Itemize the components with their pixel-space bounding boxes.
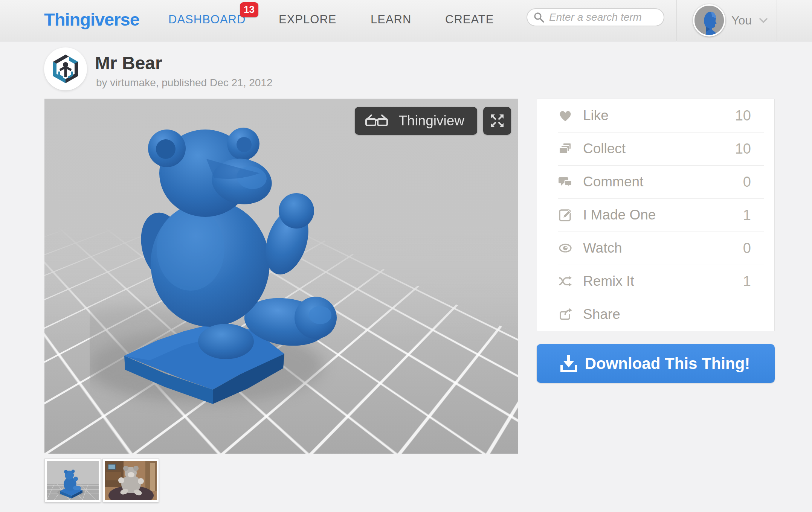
top-nav: Thingiverse DASHBOARD 13 EXPLORE LEARN C… [0,0,812,41]
like-button[interactable]: Like 10 [537,99,774,132]
glasses-icon [365,113,389,129]
action-count: 1 [743,207,751,223]
nav-divider [777,0,777,41]
bear-model-render [90,125,429,426]
watch-button[interactable]: Watch 0 [537,232,774,265]
nav-item-dashboard[interactable]: DASHBOARD [168,13,246,26]
search-box [527,8,664,26]
action-count: 10 [735,141,751,157]
action-sidebar: Like 10 Collect 10 [537,99,775,383]
download-button[interactable]: Download This Thing! [537,344,775,383]
heart-icon [558,109,572,122]
page-title: Mr Bear [95,53,162,73]
viewer-controls: Thingiview [355,107,511,135]
download-icon [559,354,579,374]
remix-icon [558,275,572,288]
user-menu-label[interactable]: You [731,14,752,27]
nav-item-explore[interactable]: EXPLORE [279,13,336,26]
user-avatar[interactable] [693,4,725,37]
thingiverse-page: Thingiverse DASHBOARD 13 EXPLORE LEARN C… [0,0,812,512]
share-button[interactable]: Share [537,298,774,331]
creator-avatar-virtumake[interactable] [44,47,87,90]
remix-button[interactable]: Remix It 1 [537,265,774,298]
thumbnail-render-image [47,461,99,500]
i-made-one-icon [558,208,572,222]
action-label: Share [583,306,620,322]
nav-item-learn[interactable]: LEARN [371,13,411,26]
action-count: 10 [735,108,751,124]
expand-icon [489,113,505,129]
action-label: Watch [583,240,622,256]
search-icon [533,12,545,23]
collect-button[interactable]: Collect 10 [537,132,774,165]
virtumake-logo-icon [49,52,82,86]
thingiview-label: Thingiview [398,113,464,129]
nav-item-create[interactable]: CREATE [445,13,494,26]
action-count: 0 [743,174,751,190]
share-icon [558,307,572,322]
download-label: Download This Thing! [579,355,775,373]
comment-icon [558,175,572,189]
comment-button[interactable]: Comment 0 [537,165,774,198]
model-viewport[interactable]: Thingiview [44,99,518,454]
fullscreen-button[interactable] [483,107,511,135]
action-label: Like [583,108,609,123]
action-card: Like 10 Collect 10 [537,99,775,331]
collect-icon [558,142,572,156]
dashboard-notification-badge[interactable]: 13 [240,2,258,17]
action-count: 0 [743,240,751,256]
chevron-down-icon[interactable] [759,18,768,23]
action-label: Remix It [583,273,634,289]
watch-icon [558,242,572,254]
thumbnail-render[interactable] [44,459,101,502]
thingiverse-logo[interactable]: Thingiverse [44,9,139,30]
thingiview-button[interactable]: Thingiview [355,107,477,135]
action-count: 1 [743,273,751,290]
thumbnail-photo-image [105,461,157,500]
nav-divider [676,0,677,41]
action-label: Collect [583,141,626,157]
action-label: I Made One [583,207,656,223]
thumbnail-photo[interactable] [102,459,159,502]
byline: by virtumake, published Dec 21, 2012 [96,77,273,89]
i-made-one-button[interactable]: I Made One 1 [537,198,774,232]
avatar-bust-icon [694,6,724,35]
search-input[interactable] [549,11,658,23]
action-label: Comment [583,174,643,190]
